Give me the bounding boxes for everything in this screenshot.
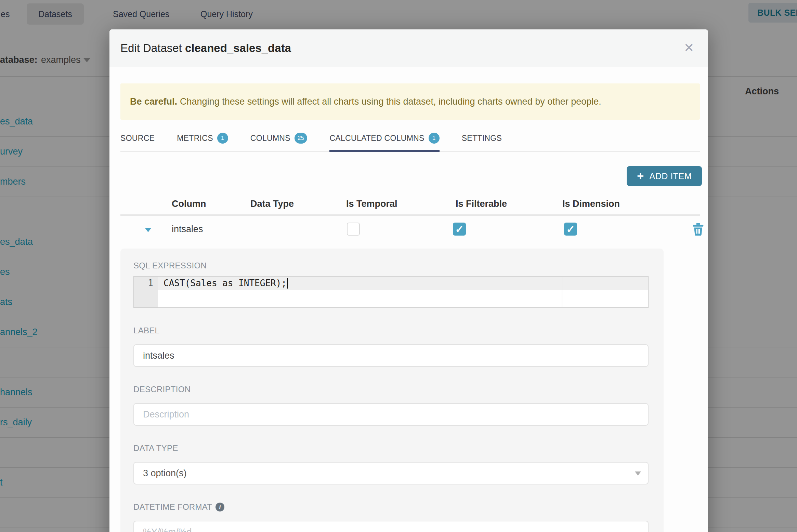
sql-code: CAST(Sales as INTEGER); <box>164 278 287 288</box>
editor-line-number: 1 <box>134 278 153 288</box>
header-is-dimension: Is Dimension <box>562 199 620 209</box>
datetime-format-field-label: DATETIME FORMAT i <box>133 502 650 512</box>
is-temporal-checkbox[interactable] <box>347 223 360 236</box>
calculated-columns-table: Column Data Type Is Temporal Is Filterab… <box>120 195 700 249</box>
data-type-select[interactable]: 3 option(s) <box>133 462 649 484</box>
edit-dataset-modal: Edit Dataset cleaned_sales_data ✕ Be car… <box>109 29 708 532</box>
modal-title: Edit Dataset cleaned_sales_data <box>120 42 291 55</box>
modal-title-prefix: Edit Dataset <box>120 42 182 54</box>
data-type-field-label: DATA TYPE <box>133 443 650 453</box>
tab-calculated-columns-badge: 1 <box>429 133 440 144</box>
info-icon[interactable]: i <box>215 503 224 511</box>
modal-body: Be careful. Changing these settings will… <box>109 83 708 532</box>
close-icon[interactable]: ✕ <box>678 37 700 59</box>
header-is-temporal: Is Temporal <box>346 199 397 209</box>
add-item-row: + ADD ITEM <box>120 152 700 195</box>
warning-banner-text: Changing these settings will affect all … <box>180 96 601 107</box>
warning-banner-bold: Be careful. <box>130 96 177 107</box>
add-item-button[interactable]: + ADD ITEM <box>627 166 702 186</box>
warning-banner: Be careful. Changing these settings will… <box>120 83 700 120</box>
tab-metrics-badge: 1 <box>217 133 228 144</box>
tab-calculated-columns-label: CALCULATED COLUMNS <box>329 134 424 143</box>
datetime-format-input[interactable] <box>133 521 649 532</box>
calculated-column-editor-panel: SQL EXPRESSION 1 CAST(Sales as INTEGER);… <box>120 249 664 532</box>
label-input[interactable] <box>133 344 649 367</box>
tab-calculated-columns[interactable]: CALCULATED COLUMNS 1 <box>329 125 439 151</box>
header-is-filterable: Is Filterable <box>456 199 507 209</box>
tab-columns-label: COLUMNS <box>250 134 290 143</box>
tab-columns-badge: 25 <box>295 133 308 144</box>
modal-title-dataset-name: cleaned_sales_data <box>185 42 291 54</box>
datetime-format-label-text: DATETIME FORMAT <box>133 502 212 512</box>
is-filterable-checkbox[interactable]: ✓ <box>453 223 466 236</box>
tab-settings-label: SETTINGS <box>462 134 502 143</box>
header-column: Column <box>172 199 206 209</box>
label-field-label: LABEL <box>133 326 650 335</box>
tab-source-label: SOURCE <box>120 134 155 143</box>
text-cursor <box>287 278 288 289</box>
modal-tabs: SOURCE METRICS 1 COLUMNS 25 CALCULATED C… <box>120 125 700 152</box>
description-field-label: DESCRIPTION <box>133 385 650 394</box>
sql-expression-label: SQL EXPRESSION <box>133 261 650 270</box>
chevron-down-icon <box>635 471 641 476</box>
screen: es Datasets Saved Queries Query History … <box>0 0 797 532</box>
tab-metrics-label: METRICS <box>177 134 213 143</box>
trash-icon[interactable] <box>692 223 704 236</box>
is-dimension-checkbox[interactable]: ✓ <box>564 223 577 236</box>
table-row: intsales ✓ ✓ <box>120 216 700 246</box>
sql-editor[interactable]: 1 CAST(Sales as INTEGER); <box>133 276 649 308</box>
tab-columns[interactable]: COLUMNS 25 <box>250 125 308 151</box>
tab-settings[interactable]: SETTINGS <box>462 125 502 151</box>
tab-metrics[interactable]: METRICS 1 <box>177 125 228 151</box>
column-name: intsales <box>172 224 203 235</box>
editor-print-margin <box>562 277 562 307</box>
add-item-label: ADD ITEM <box>650 171 692 181</box>
modal-header: Edit Dataset cleaned_sales_data ✕ <box>109 29 708 67</box>
header-data-type: Data Type <box>250 199 294 209</box>
data-type-value: 3 option(s) <box>143 468 187 479</box>
expand-caret-icon[interactable] <box>145 228 151 232</box>
tab-source[interactable]: SOURCE <box>120 125 155 151</box>
description-input[interactable] <box>133 403 649 426</box>
